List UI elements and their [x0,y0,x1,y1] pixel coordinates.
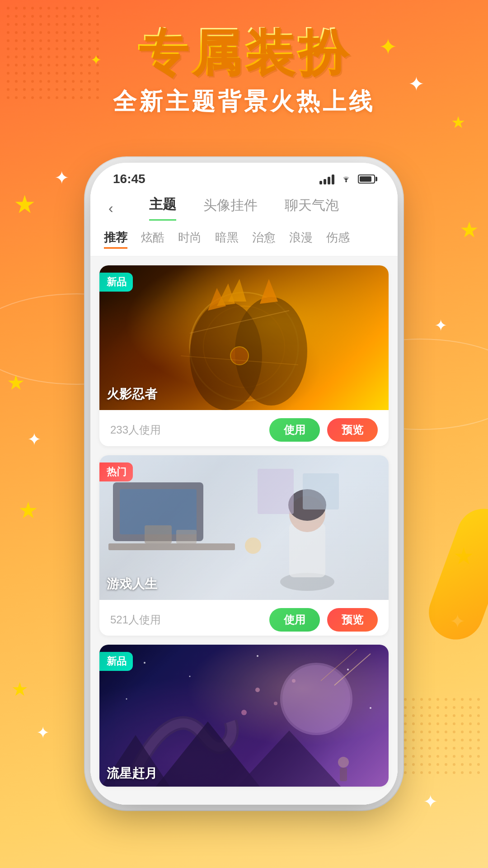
title-section: 专属装扮 全新主题背景火热上线 [0,27,488,118]
svg-point-32 [257,655,258,657]
category-fashion[interactable]: 时尚 [178,228,202,249]
svg-point-31 [189,676,191,677]
theme-list: 新品 火影忍者 233人使用 使用 预览 [90,256,398,805]
star-2: ★ [7,371,25,395]
sparkle-3: ✦ [27,429,42,449]
theme-image-naruto[interactable]: 新品 火影忍者 [99,265,389,410]
nav-header: ‹ 主题 头像挂件 聊天气泡 [90,191,398,221]
svg-point-2 [345,181,347,183]
meteor-badge: 新品 [99,652,133,671]
star-7: ★ [11,678,28,700]
signal-icon [319,174,334,184]
battery-icon [358,175,375,184]
phone-mockup: 16:45 [90,163,398,805]
wifi-icon [340,173,352,185]
category-bar: 推荐 炫酷 时尚 暗黑 治愈 浪漫 伤感 [90,221,398,256]
naruto-buttons: 使用 预览 [269,418,378,442]
star-3: ★ [18,497,38,524]
svg-point-37 [274,702,277,705]
subtitle: 全新主题背景火热上线 [0,86,488,118]
svg-point-29 [282,665,350,733]
nav-tabs: 主题 头像挂件 聊天气泡 [149,195,339,221]
game-buttons: 使用 预览 [269,608,378,632]
svg-rect-17 [108,543,235,550]
svg-marker-9 [228,279,246,302]
naruto-badge: 新品 [99,273,133,292]
svg-marker-10 [260,279,278,304]
nav-tab-theme[interactable]: 主题 [149,195,176,221]
category-romance[interactable]: 浪漫 [289,228,313,249]
svg-point-35 [370,707,371,709]
category-dark[interactable]: 暗黑 [215,228,239,249]
status-bar: 16:45 [90,163,398,191]
theme-image-meteor[interactable]: 新品 流星赶月 [99,645,389,787]
game-actions: 521人使用 使用 预览 [99,600,389,636]
svg-point-36 [255,688,260,692]
svg-rect-22 [145,525,172,543]
sparkle-5: ✦ [36,723,50,742]
status-time: 16:45 [113,172,145,186]
svg-point-33 [347,669,349,670]
status-icons [319,173,375,185]
svg-point-11 [230,347,249,365]
nav-tab-avatar-pendant[interactable]: 头像挂件 [203,196,258,220]
star-4: ★ [460,217,479,242]
theme-card-naruto: 新品 火影忍者 233人使用 使用 预览 [99,265,389,446]
game-use-button[interactable]: 使用 [269,608,320,632]
svg-point-30 [144,662,145,664]
phone-screen: 16:45 [90,163,398,805]
star-1: ★ [14,190,36,219]
svg-rect-24 [258,469,294,514]
sparkle-6: ✦ [423,791,438,812]
game-users: 521人使用 [110,613,161,627]
game-name: 游戏人生 [107,576,157,593]
category-sentimental[interactable]: 伤感 [326,228,350,249]
theme-card-meteor: 新品 流星赶月 [99,645,389,787]
phone-frame: 16:45 [90,163,398,805]
main-title: 专属装扮 [137,27,351,77]
ribbon-decoration [421,501,488,647]
svg-point-39 [292,679,296,683]
game-background: 热门 游戏人生 [99,455,389,600]
svg-point-42 [338,757,349,768]
naruto-actions: 233人使用 使用 预览 [99,410,389,446]
svg-rect-43 [340,768,347,781]
sparkle-2: ✦ [434,316,447,335]
svg-rect-23 [176,530,197,543]
sparkle-1: ✦ [54,167,70,188]
naruto-use-button[interactable]: 使用 [269,418,320,442]
theme-card-game-life: 热门 游戏人生 521人使用 使用 预览 [99,455,389,636]
naruto-preview-button[interactable]: 预览 [327,418,378,442]
meteor-name: 流星赶月 [107,765,157,782]
naruto-name: 火影忍者 [107,386,157,403]
naruto-users: 233人使用 [110,423,161,437]
category-recommend[interactable]: 推荐 [104,228,127,249]
nav-tab-chat-bubble[interactable]: 聊天气泡 [285,196,339,220]
game-preview-button[interactable]: 预览 [327,608,378,632]
back-button[interactable]: ‹ [108,200,113,217]
svg-point-38 [241,710,247,715]
category-healing[interactable]: 治愈 [252,228,276,249]
svg-point-26 [245,538,261,554]
meteor-background: 新品 流星赶月 [99,645,389,787]
svg-point-34 [126,698,127,700]
naruto-background: 新品 火影忍者 [99,265,389,410]
category-cool[interactable]: 炫酷 [141,228,164,249]
theme-image-game-life[interactable]: 热门 游戏人生 [99,455,389,600]
svg-rect-25 [303,473,339,509]
dots-pattern-br: const dotsGridBr = document.querySelecto… [404,698,483,778]
game-badge: 热门 [99,462,133,481]
